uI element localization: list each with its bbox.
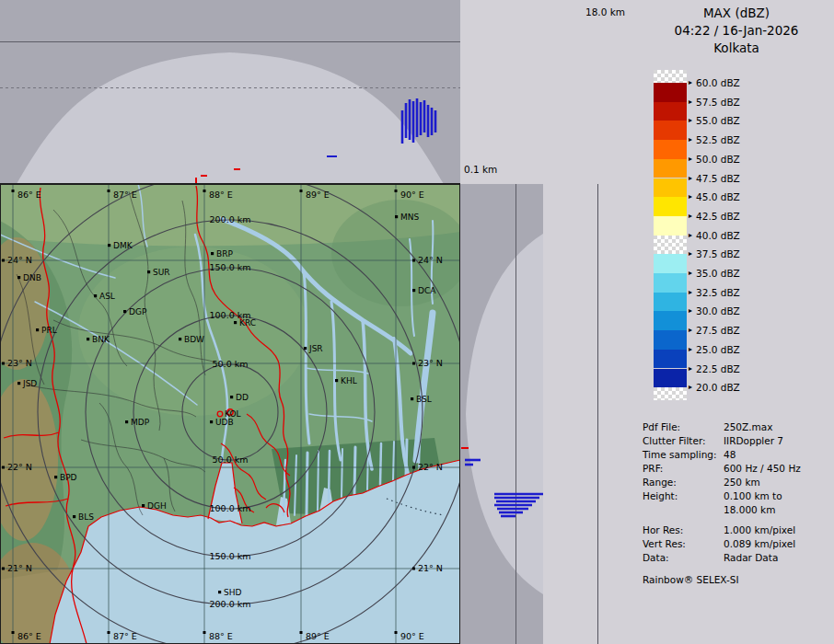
info-row: PRF:600 Hz / 450 Hz: [643, 461, 834, 475]
info-value: 0.100 km to: [724, 490, 782, 501]
info-row: Vert Res:0.089 km/pixel: [643, 536, 834, 550]
legend-band: [654, 293, 687, 312]
ring-distance-label: 50.0 km: [213, 454, 249, 465]
legend-arrow-icon: ▸: [689, 213, 692, 220]
info-row: Pdf File:250Z.max: [643, 420, 834, 433]
info-label: Time sampling:: [643, 449, 724, 460]
legend-band: [654, 273, 687, 293]
legend-label-row: ▸37.5 dBZ: [689, 248, 740, 259]
legend-arrow-icon: ▸: [689, 193, 692, 201]
legend-label-row: ▸40.0 dBZ: [689, 230, 740, 241]
coordinate-label: 87° E: [113, 631, 137, 641]
coordinate-label: 86° E: [17, 631, 41, 641]
ring-distance-label: 100.0 km: [210, 310, 251, 320]
info-label: PRF:: [643, 463, 724, 474]
coordinate-label: 24° N: [418, 255, 443, 265]
grid-tick: [412, 568, 415, 570]
ring-distance-label: 200.0 km: [210, 599, 251, 609]
coordinate-label: 90° E: [400, 631, 424, 641]
station-marker: [87, 338, 89, 340]
legend-band: [654, 387, 687, 400]
legend-threshold-label: 57.5 dBZ: [696, 97, 740, 108]
legend-band: [654, 236, 687, 255]
station-marker: [17, 382, 20, 385]
legend-label-row: ▸47.5 dBZ: [689, 173, 740, 184]
coordinate-label: 89° E: [306, 190, 330, 200]
ring-distance-label: 200.0 km: [210, 214, 251, 224]
legend-arrow-icon: ▸: [689, 270, 692, 277]
station-marker: [335, 379, 338, 382]
grid-tick: [2, 568, 5, 570]
top-profile-canvas: [0, 0, 460, 184]
software-credit: Rainbow® SELEX-SI: [643, 574, 739, 585]
grid-tick: [300, 631, 303, 634]
legend-band: [654, 197, 687, 216]
legend-band: [654, 350, 687, 369]
grid-tick: [12, 190, 15, 192]
legend-threshold-label: 45.0 dBZ: [696, 191, 740, 202]
legend-threshold-label: 52.5 dBZ: [696, 134, 740, 145]
legend-label-row: ▸25.0 dBZ: [689, 344, 740, 355]
station-marker: [108, 244, 110, 247]
coordinate-label: 90° E: [400, 190, 424, 200]
station-label: JSR: [308, 344, 323, 353]
info-value: IIRDoppler 7: [724, 435, 783, 446]
station-label: DNB: [23, 273, 41, 282]
legend-arrow-icon: ▸: [689, 289, 692, 296]
station-label: SHD: [224, 588, 241, 597]
legend-label-row: ▸22.5 dBZ: [689, 363, 740, 374]
right-profile-canvas: [460, 184, 598, 644]
info-value: 0.089 km/pixel: [724, 538, 795, 549]
station-marker: [17, 276, 20, 279]
coordinate-label: 88° E: [209, 631, 233, 641]
legend-arrow-icon: ▸: [689, 346, 692, 353]
station-marker: [179, 338, 181, 340]
station-marker: [230, 396, 233, 398]
info-value: 250 km: [724, 477, 760, 488]
info-row: Height:0.100 km to: [643, 489, 834, 502]
legend-label-row: ▸42.5 dBZ: [689, 211, 740, 222]
grid-tick: [2, 362, 5, 365]
info-label: Data:: [643, 552, 724, 563]
station-label: MNS: [400, 213, 419, 222]
station-label: KHL: [341, 376, 357, 385]
legend-arrow-icon: ▸: [689, 384, 692, 391]
info-row: Clutter Filter:IIRDoppler 7: [643, 433, 834, 447]
legend-arrow-icon: ▸: [689, 136, 692, 144]
legend-band: [654, 140, 687, 159]
station-label: DD: [236, 393, 249, 402]
station-label: PRL: [41, 326, 57, 335]
legend-threshold-label: 35.0 dBZ: [696, 268, 740, 279]
info-value: 48: [724, 449, 736, 460]
station-label: BDW: [184, 335, 204, 344]
legend-label-row: ▸57.5 dBZ: [689, 97, 740, 108]
legend-band: [654, 216, 687, 236]
grid-tick: [108, 631, 110, 634]
grid-tick: [412, 259, 415, 262]
info-label: Vert Res:: [643, 538, 724, 549]
info-label: Hor Res:: [643, 524, 724, 535]
coordinate-label: 21° N: [418, 563, 443, 573]
legend-threshold-label: 32.5 dBZ: [696, 287, 740, 298]
grid-tick: [412, 362, 415, 365]
info-value: Radar Data: [724, 552, 778, 563]
legend-label-row: ▸30.0 dBZ: [689, 305, 740, 316]
station-marker: [234, 321, 237, 324]
station-marker: [147, 270, 150, 273]
legend-color-bar: [654, 70, 687, 401]
ring-distance-label: 150.0 km: [210, 262, 251, 272]
coordinate-label: 22° N: [418, 462, 443, 472]
legend-threshold-label: 47.5 dBZ: [696, 173, 740, 184]
info-value: 18.000 km: [724, 504, 775, 515]
info-row: Range:250 km: [643, 475, 834, 489]
map-canvas: MNSDMKBRPSURDNBASLDGPKRCPRLBNKBDWJSRDCAK…: [0, 184, 460, 644]
coordinate-label: 21° N: [7, 563, 32, 573]
legend-threshold-label: 42.5 dBZ: [696, 211, 740, 222]
info-label: Height:: [643, 490, 724, 501]
station-label: ASL: [99, 292, 115, 301]
station-label: SUR: [153, 268, 170, 277]
grid-tick: [300, 190, 303, 192]
legend-band: [654, 330, 687, 350]
legend-arrow-icon: ▸: [689, 155, 692, 163]
legend-band: [654, 121, 687, 140]
